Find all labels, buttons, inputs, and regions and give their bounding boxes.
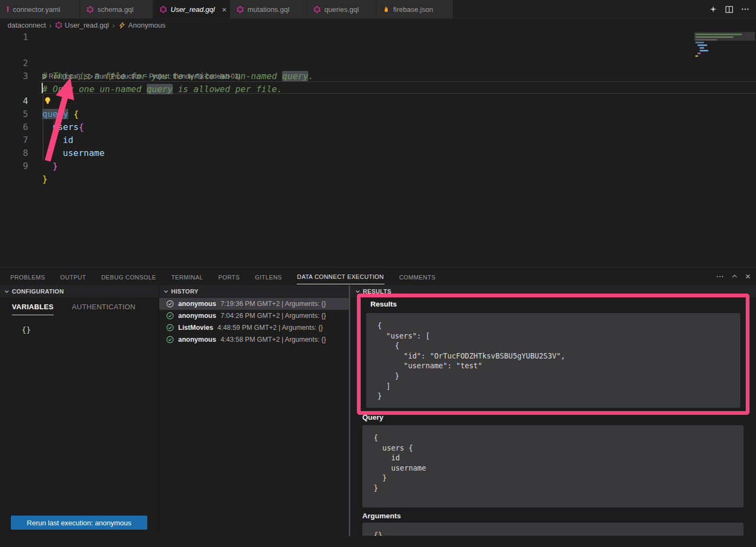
panel-tab-terminal[interactable]: TERMINAL [171,269,204,284]
editor-tab-bar: ! connector.yaml schema.gql User_read.gq… [0,0,756,19]
results-section: RESULTS Results { "users": [ { "id": "Or… [350,285,756,536]
event-bolt-icon [118,22,126,29]
query-label: Query [362,413,383,421]
chevron-right-icon: › [112,21,115,30]
graphql-icon [55,22,62,29]
maximize-panel-icon[interactable] [731,273,738,280]
history-row[interactable]: anonymous 4:43:58 PM GMT+2 | Arguments: … [159,334,350,346]
play-icon [42,74,47,80]
breadcrumb-file[interactable]: User_read.gql [55,21,109,29]
history-header[interactable]: HISTORY [159,285,350,297]
graphql-icon [160,6,167,13]
codelens: Run (local) | Run (Production – Project:… [42,71,240,82]
codelens-separator: | [83,73,85,80]
success-check-icon [166,336,174,343]
code-line: } [53,160,58,173]
success-check-icon [166,312,174,320]
code-editor[interactable]: 1 2 # This is a file for you to write an… [0,31,756,267]
panel-actions: × [716,268,751,285]
tab-label: User_read.gql [171,5,215,14]
results-label: Results [370,300,397,308]
graphql-icon [237,6,244,13]
firebase-icon [383,5,389,13]
editor-actions [709,0,756,18]
word-highlight: query [282,71,308,81]
run-production-link[interactable]: Run (Production – Project: friendly-flix… [88,73,240,80]
line-number: 1 [0,31,28,44]
results-json: { "users": [ { "id": "OrTucFODZHTksvBSBU… [366,313,740,402]
run-local-link[interactable]: Run (local) [42,73,80,80]
panel-tab-problems[interactable]: PROBLEMS [10,269,45,284]
configuration-section: CONFIGURATION VARIABLES AUTHENTICATION {… [0,285,159,536]
configuration-header[interactable]: CONFIGURATION [0,285,159,297]
lightbulb-icon[interactable] [44,96,51,105]
chevron-right-icon: › [49,21,52,30]
results-code-block: { "users": [ { "id": "OrTucFODZHTksvBSBU… [366,313,740,408]
tab-label: connector.yaml [13,5,60,14]
text-cursor [42,83,43,93]
arguments-code-block: {} [362,523,744,536]
code-line: } [42,173,48,186]
play-icon [88,74,93,80]
tab-connector-yaml[interactable]: ! connector.yaml [0,0,80,18]
panel-tab-output[interactable]: OUTPUT [60,269,87,284]
split-editor-icon[interactable] [725,5,733,14]
breadcrumb-folder[interactable]: dataconnect [8,21,46,29]
bottom-panel: PROBLEMS OUTPUT DEBUG CONSOLE TERMINAL P… [0,267,756,547]
rerun-last-execution-button[interactable]: Rerun last execution: anonymous [11,516,147,530]
panel-tab-bar: PROBLEMS OUTPUT DEBUG CONSOLE TERMINAL P… [0,268,756,285]
graphql-icon [87,6,94,13]
history-row[interactable]: anonymous 7:19:36 PM GMT+2 | Arguments: … [159,298,350,310]
configuration-tabs: VARIABLES AUTHENTICATION [12,303,135,315]
history-section: HISTORY anonymous 7:19:36 PM GMT+2 | Arg… [159,285,350,536]
copilot-sparkle-icon[interactable] [709,5,718,14]
line-number: 3 [0,70,28,83]
panel-tab-gitlens[interactable]: GITLENS [255,269,283,284]
tab-mutations-gql[interactable]: mutations.gql [230,0,307,18]
chevron-down-icon [164,289,168,294]
panel-tab-comments[interactable]: COMMENTS [399,269,436,284]
tab-authentication[interactable]: AUTHENTICATION [72,303,135,315]
breadcrumb-symbol[interactable]: Anonymous [118,21,166,29]
tab-label: schema.gql [97,5,133,14]
history-row[interactable]: ListMovies 4:48:59 PM GMT+2 | Arguments:… [159,322,350,334]
line-number: 9 [0,160,28,173]
history-list: anonymous 7:19:36 PM GMT+2 | Arguments: … [159,298,350,346]
tab-variables[interactable]: VARIABLES [12,303,54,315]
panel-tab-data-connect-execution[interactable]: DATA CONNECT EXECUTION [297,269,384,284]
success-check-icon [166,300,174,308]
more-actions-icon[interactable] [741,5,750,14]
vscode-window: ! connector.yaml schema.gql User_read.gq… [0,0,756,547]
arguments-label: Arguments [362,512,401,520]
arguments-text: {} [362,523,744,536]
yaml-warning-icon: ! [6,5,9,14]
minimap[interactable] [694,32,755,63]
tab-queries-gql[interactable]: queries.gql [307,0,376,18]
close-panel-icon[interactable]: × [745,272,751,281]
tab-firebase-json[interactable]: firebase.json [376,0,453,18]
tab-label: queries.gql [324,5,359,14]
panel-tab-debug-console[interactable]: DEBUG CONSOLE [101,269,157,284]
query-code-block: { users { id username } } [362,425,744,507]
more-actions-icon[interactable] [716,272,724,281]
tab-label: mutations.gql [247,5,289,14]
tab-schema-gql[interactable]: schema.gql [80,0,153,18]
history-row[interactable]: anonymous 7:04:26 PM GMT+2 | Arguments: … [159,310,350,322]
tab-user-read-gql[interactable]: User_read.gql × [153,0,230,18]
tab-label: firebase.json [393,5,433,14]
query-text: { users { id username } } [362,425,744,494]
success-check-icon [166,324,174,331]
graphql-icon [314,6,321,13]
variables-value[interactable]: {} [22,325,31,334]
chevron-down-icon [4,289,9,294]
panel-tab-ports[interactable]: PORTS [218,269,240,284]
breadcrumb: dataconnect › User_read.gql › Anonymous [0,19,756,31]
close-icon[interactable]: × [222,5,227,14]
results-highlight-box: Results { "users": [ { "id": "OrTucFODZH… [357,294,750,415]
